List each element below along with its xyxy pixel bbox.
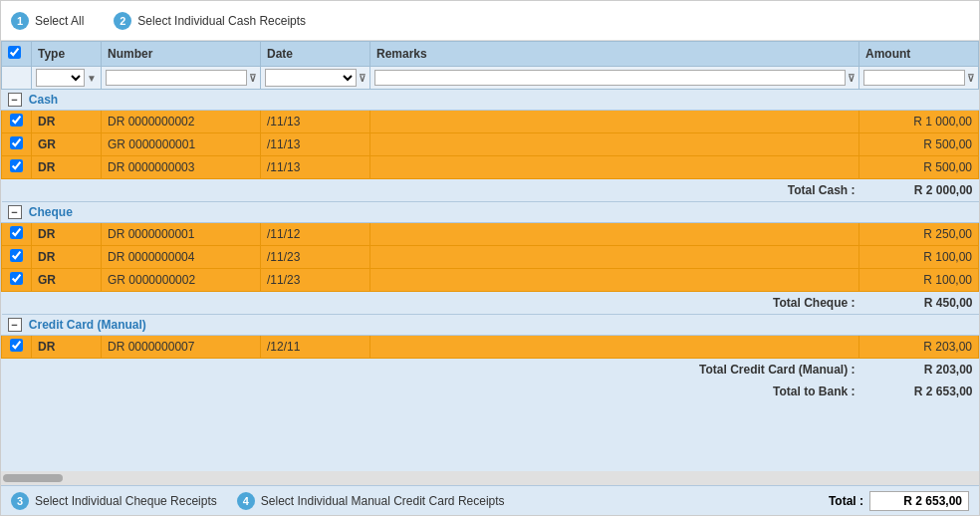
grand-total-input[interactable] [869, 491, 969, 511]
row-checkbox-cell[interactable] [2, 336, 32, 359]
row-type: GR [32, 269, 102, 292]
number-filter-input[interactable] [106, 70, 247, 86]
main-table: Type Number Date Remarks Amount ▼ [1, 41, 979, 402]
group-total-row-2: Total Credit Card (Manual) : R 203,00 [2, 359, 979, 382]
badge-3: 3 [11, 492, 29, 510]
row-type: DR [32, 246, 102, 269]
header-type: Type [32, 42, 102, 67]
row-type: DR [32, 156, 102, 179]
badge-4: 4 [237, 492, 255, 510]
header-date: Date [261, 42, 370, 67]
row-checkbox[interactable] [10, 159, 23, 172]
type-filter-icon: ▼ [87, 73, 97, 84]
row-checkbox[interactable] [10, 339, 23, 352]
header-remarks: Remarks [370, 42, 859, 67]
row-checkbox-cell[interactable] [2, 156, 32, 179]
filter-date[interactable]: ⊽ [261, 67, 370, 90]
bottom-total: Total : [829, 491, 969, 511]
row-number: GR 0000000002 [102, 269, 261, 292]
header-check [2, 42, 32, 67]
row-checkbox[interactable] [10, 226, 23, 239]
group-collapse-0[interactable]: − [8, 93, 22, 107]
group-collapse-1[interactable]: − [8, 205, 22, 219]
row-checkbox[interactable] [10, 249, 23, 262]
toolbar-label-3: Select Individual Cheque Receipts [35, 494, 217, 508]
filter-remarks[interactable]: ⊽ [370, 67, 859, 90]
row-date: /11/13 [261, 133, 370, 156]
group-total-value-0: R 2 000,00 [859, 179, 979, 202]
column-headers: Type Number Date Remarks Amount [2, 42, 979, 67]
h-scroll-thumb[interactable] [3, 474, 63, 482]
row-checkbox[interactable] [10, 272, 23, 285]
bottom-bar: 3 Select Individual Cheque Receipts 4 Se… [1, 485, 979, 515]
row-checkbox-cell[interactable] [2, 223, 32, 246]
group-header-0: − Cash [2, 90, 979, 111]
row-checkbox-cell[interactable] [2, 246, 32, 269]
table-row: DR DR 0000000002 /11/13 R 1 000,00 [2, 111, 979, 133]
group-label-2: − Credit Card (Manual) [2, 315, 979, 336]
row-date: /11/13 [261, 156, 370, 179]
row-type: GR [32, 133, 102, 156]
row-amount: R 203,00 [859, 336, 979, 359]
row-amount: R 1 000,00 [859, 111, 979, 133]
toolbar-item-1[interactable]: 1 Select All [11, 12, 84, 30]
group-total-spacer-0 [2, 179, 370, 202]
row-amount: R 500,00 [859, 156, 979, 179]
toolbar-item-4[interactable]: 4 Select Individual Manual Credit Card R… [237, 492, 505, 510]
group-total-value-2: R 203,00 [859, 359, 979, 382]
date-filter-icon: ⊽ [359, 73, 366, 84]
bank-total-label: Total to Bank : [370, 381, 859, 402]
number-filter-icon: ⊽ [249, 73, 256, 84]
table-row: GR GR 0000000002 /11/23 R 100,00 [2, 269, 979, 292]
toolbar-item-3[interactable]: 3 Select Individual Cheque Receipts [11, 492, 217, 510]
bank-total-value: R 2 653,00 [859, 381, 979, 402]
date-filter-select[interactable] [265, 69, 357, 87]
badge-1: 1 [11, 12, 29, 30]
row-number: DR 0000000007 [102, 336, 261, 359]
row-date: /11/23 [261, 269, 370, 292]
row-number: DR 0000000001 [102, 223, 261, 246]
row-checkbox[interactable] [10, 136, 23, 149]
type-filter-select[interactable] [36, 69, 85, 87]
table-row: DR DR 0000000003 /11/13 R 500,00 [2, 156, 979, 179]
row-type: DR [32, 111, 102, 133]
remarks-filter-input[interactable] [374, 70, 846, 86]
row-checkbox-cell[interactable] [2, 269, 32, 292]
table-row: DR DR 0000000007 /12/11 R 203,00 [2, 336, 979, 359]
row-remarks [370, 223, 859, 246]
row-amount: R 250,00 [859, 223, 979, 246]
row-date: /11/12 [261, 223, 370, 246]
row-type: DR [32, 336, 102, 359]
filter-amount[interactable]: ⊽ [859, 67, 979, 90]
row-checkbox[interactable] [10, 114, 23, 127]
remarks-filter-icon: ⊽ [848, 73, 855, 84]
group-total-label-0: Total Cash : [370, 179, 859, 202]
group-name-2: Credit Card (Manual) [29, 318, 146, 332]
filter-type[interactable]: ▼ [32, 67, 102, 90]
filter-row: ▼ ⊽ ⊽ [2, 67, 979, 90]
amount-filter-input[interactable] [863, 70, 965, 86]
filter-number[interactable]: ⊽ [102, 67, 261, 90]
group-total-label-2: Total Credit Card (Manual) : [370, 359, 859, 382]
bank-total-row: Total to Bank : R 2 653,00 [2, 381, 979, 402]
h-scroll-bar[interactable] [1, 471, 979, 485]
row-remarks [370, 269, 859, 292]
group-collapse-2[interactable]: − [8, 318, 22, 332]
row-number: GR 0000000001 [102, 133, 261, 156]
row-checkbox-cell[interactable] [2, 133, 32, 156]
toolbar-item-2[interactable]: 2 Select Individual Cash Receipts [114, 12, 306, 30]
bank-total-spacer [2, 381, 370, 402]
header-number: Number [102, 42, 261, 67]
group-total-row-0: Total Cash : R 2 000,00 [2, 179, 979, 202]
group-label-1: − Cheque [2, 202, 979, 223]
toolbar-label-4: Select Individual Manual Credit Card Rec… [261, 494, 505, 508]
group-header-2: − Credit Card (Manual) [2, 315, 979, 336]
row-amount: R 100,00 [859, 269, 979, 292]
group-label-0: − Cash [2, 90, 979, 111]
row-number: DR 0000000003 [102, 156, 261, 179]
row-number: DR 0000000002 [102, 111, 261, 133]
badge-2: 2 [114, 12, 131, 30]
row-amount: R 500,00 [859, 133, 979, 156]
row-checkbox-cell[interactable] [2, 111, 32, 133]
select-all-checkbox[interactable] [8, 46, 21, 59]
